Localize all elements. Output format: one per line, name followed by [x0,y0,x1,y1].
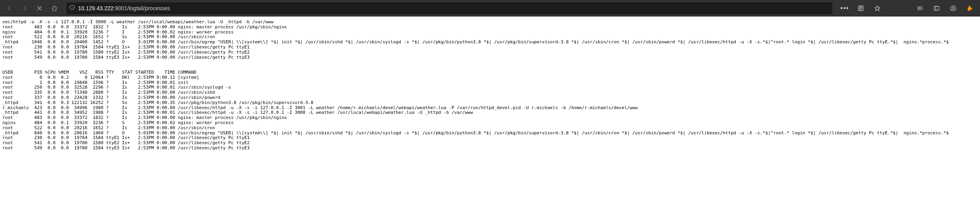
bookmark-icon[interactable] [870,2,884,15]
process-log: xec/httpd -u -X -s -i 127.0.0.1 -I 3000 … [2,20,978,151]
page-actions-icon[interactable]: ••• [838,4,851,13]
home-button[interactable] [48,2,61,15]
back-button[interactable] [3,2,16,15]
url-text: 10.129.43.222:9001/logtail/processes [78,5,170,11]
sidebar-icon[interactable] [929,2,944,15]
stop-button[interactable] [33,2,46,15]
extension-icon[interactable] [963,2,977,15]
forward-button[interactable] [18,2,31,15]
svg-rect-2 [934,6,939,10]
site-info-icon[interactable] [69,5,75,12]
reader-view-icon[interactable] [854,2,868,15]
browser-toolbar: 10.129.43.222:9001/logtail/processes ••• [0,0,980,17]
svg-point-4 [952,7,954,8]
library-icon[interactable] [913,2,927,15]
account-icon[interactable] [946,2,960,15]
url-bar[interactable]: 10.129.43.222:9001/logtail/processes [66,2,832,14]
page-content: xec/httpd -u -X -s -i 127.0.0.1 -I 3000 … [0,17,980,154]
